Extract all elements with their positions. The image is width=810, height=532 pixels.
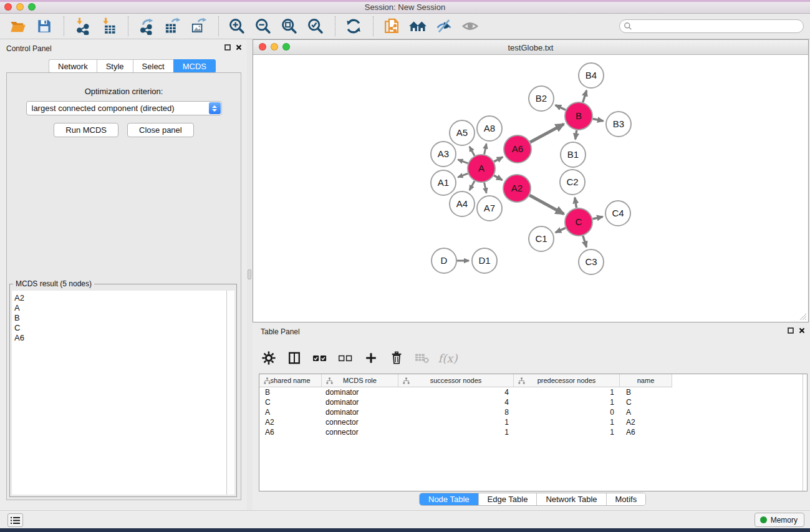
- import-table-button[interactable]: [98, 16, 119, 37]
- task-list-icon: [11, 516, 20, 525]
- select-all-button[interactable]: [312, 350, 328, 366]
- float-table-panel-icon[interactable]: [788, 327, 794, 334]
- select-all-icon: [312, 351, 327, 365]
- result-item[interactable]: A2: [12, 293, 226, 303]
- table-mode-button[interactable]: [261, 350, 277, 366]
- edge-A-A5[interactable]: [470, 147, 475, 156]
- table-row[interactable]: Adominator80A: [259, 407, 807, 417]
- edge-B-B3[interactable]: [593, 119, 604, 121]
- table-cell: connector: [322, 417, 398, 427]
- task-history-button[interactable]: [7, 513, 23, 527]
- delete-table-button[interactable]: [414, 350, 430, 366]
- network-file-icon: [383, 17, 400, 35]
- panel-splitter-handle[interactable]: [248, 269, 251, 279]
- table-row[interactable]: Bdominator41B: [259, 387, 807, 397]
- node-label-B3: B3: [613, 118, 624, 129]
- optimization-criterion-select[interactable]: largest connected component (directed): [26, 101, 222, 115]
- deselect-all-icon: [338, 351, 353, 365]
- attribute-tree-icon: [326, 377, 333, 384]
- edge-C-C4[interactable]: [592, 216, 602, 219]
- column-header-mcds-role[interactable]: MCDS role: [322, 374, 398, 387]
- table-row[interactable]: A6connector11A6: [259, 427, 807, 437]
- node-label-A1: A1: [438, 177, 449, 188]
- edge-A-A6[interactable]: [494, 157, 503, 162]
- column-header-successor-nodes[interactable]: successor nodes: [398, 374, 514, 387]
- session-title: Session: New Session: [0, 2, 810, 12]
- edge-A-A2[interactable]: [494, 175, 502, 180]
- export-table-icon: [164, 17, 181, 35]
- edge-A-A1[interactable]: [458, 173, 468, 177]
- memory-button[interactable]: Memory: [755, 513, 804, 527]
- result-item[interactable]: C: [12, 323, 226, 333]
- close-panel-button[interactable]: Close panel: [127, 123, 194, 137]
- float-panel-icon[interactable]: [224, 44, 231, 51]
- search-icon: [624, 22, 632, 31]
- close-table-panel-icon[interactable]: [799, 327, 805, 334]
- network-window-titlebar[interactable]: testGlobe.txt: [253, 40, 808, 55]
- edge-A-A3[interactable]: [458, 160, 468, 163]
- table-cell: 0: [514, 407, 620, 417]
- zoom-selected-button[interactable]: [305, 16, 326, 37]
- mcds-result-scrollbar[interactable]: [226, 291, 234, 495]
- clone-network-button[interactable]: [381, 16, 402, 37]
- table-row[interactable]: Cdominator41C: [259, 397, 807, 407]
- export-table-button[interactable]: [162, 16, 183, 37]
- table-cell: C: [259, 397, 322, 407]
- hide-graphics-details-button[interactable]: [433, 16, 455, 37]
- zoom-in-button[interactable]: [226, 16, 248, 37]
- edge-A6-B[interactable]: [530, 124, 564, 142]
- show-columns-button[interactable]: [286, 350, 302, 366]
- home-button[interactable]: [407, 16, 428, 37]
- column-header-shared-name[interactable]: shared name: [259, 374, 322, 387]
- refresh-button[interactable]: [343, 16, 364, 37]
- edge-C-C1[interactable]: [556, 228, 566, 232]
- tab-node-table[interactable]: Node Table: [420, 493, 479, 505]
- mcds-result-fieldset: MCDS result (5 nodes) A2ABCA6: [9, 284, 237, 497]
- node-label-A4: A4: [456, 198, 468, 209]
- network-canvas[interactable]: AA1A2A3A4A5A6A7A8BB1B2B3B4CC1C2C3C4DD1: [253, 55, 808, 322]
- table-scrollbar[interactable]: [803, 374, 807, 491]
- result-item[interactable]: A6: [12, 333, 226, 343]
- table-cell: dominator: [322, 397, 398, 407]
- tab-edge-table[interactable]: Edge Table: [479, 493, 538, 505]
- zoom-out-button[interactable]: [253, 16, 274, 37]
- edge-B-B2[interactable]: [556, 105, 566, 110]
- delete-columns-button[interactable]: [388, 350, 405, 366]
- result-item[interactable]: B: [12, 313, 226, 323]
- edge-B-B1[interactable]: [576, 130, 577, 139]
- edge-C-C2[interactable]: [575, 198, 577, 208]
- open-session-button[interactable]: [7, 16, 29, 37]
- edge-A-A8[interactable]: [485, 143, 486, 154]
- deselect-all-button[interactable]: [337, 350, 354, 366]
- edge-A-A7[interactable]: [485, 183, 486, 193]
- result-item[interactable]: A: [12, 303, 226, 313]
- table-row[interactable]: A2connector11A2: [259, 417, 807, 427]
- column-header-name[interactable]: name: [620, 374, 672, 387]
- edge-A2-C[interactable]: [529, 195, 564, 214]
- create-column-button[interactable]: [363, 350, 379, 366]
- edge-C-C3[interactable]: [583, 236, 587, 247]
- zoom-fit-button[interactable]: [279, 16, 300, 37]
- tab-mcds[interactable]: MCDS: [173, 59, 216, 73]
- function-builder-button[interactable]: f(x): [440, 350, 456, 366]
- export-network-button[interactable]: [136, 16, 157, 37]
- save-session-button[interactable]: [34, 16, 55, 37]
- gear-icon: [262, 351, 276, 365]
- node-label-A3: A3: [438, 148, 449, 159]
- column-header-predecessor-nodes[interactable]: predecessor nodes: [514, 374, 620, 387]
- export-image-button[interactable]: [188, 16, 210, 37]
- tab-select[interactable]: Select: [133, 59, 173, 73]
- resize-grip-icon[interactable]: [799, 312, 807, 321]
- import-network-button[interactable]: [72, 16, 93, 37]
- show-graphics-details-button[interactable]: [460, 16, 481, 37]
- close-panel-icon[interactable]: [236, 44, 242, 51]
- tab-motifs[interactable]: Motifs: [607, 493, 646, 505]
- run-mcds-button[interactable]: Run MCDS: [54, 123, 118, 137]
- edge-A-A4[interactable]: [470, 181, 475, 190]
- tab-style[interactable]: Style: [97, 59, 133, 73]
- search-input[interactable]: [619, 19, 804, 33]
- edge-B-B4[interactable]: [583, 90, 587, 102]
- tab-network[interactable]: Network: [49, 59, 97, 73]
- tab-network-table[interactable]: Network Table: [537, 493, 606, 505]
- node-label-A8: A8: [484, 123, 495, 133]
